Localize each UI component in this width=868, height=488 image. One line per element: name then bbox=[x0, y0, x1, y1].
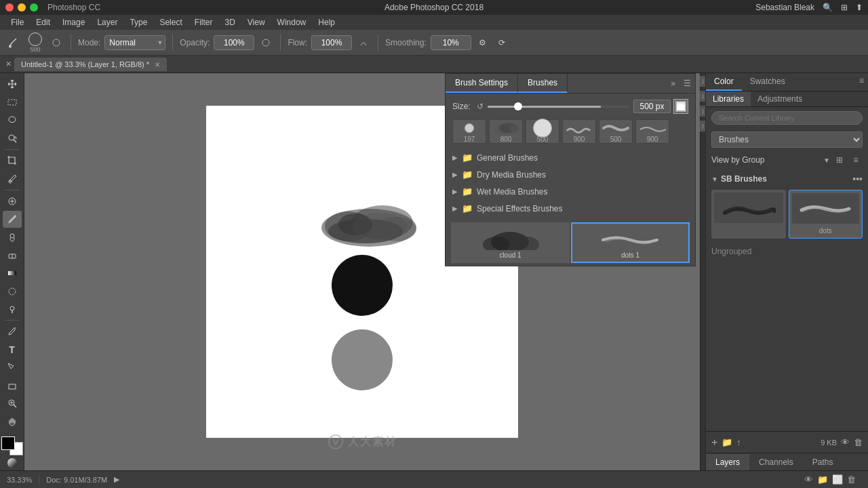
brush-sel-cloud[interactable]: cloud 1 bbox=[451, 222, 570, 263]
brush-swatch-4[interactable]: 500 bbox=[599, 119, 633, 144]
symmetry-icon[interactable]: ⟳ bbox=[494, 35, 509, 50]
menu-type[interactable]: Type bbox=[124, 16, 153, 28]
layer-visibility-icon[interactable]: 👁 bbox=[841, 437, 850, 447]
flow-icon[interactable] bbox=[356, 35, 371, 50]
channels-tab[interactable]: Channels bbox=[749, 454, 803, 470]
brush-swatch-2[interactable]: 500 bbox=[526, 119, 559, 144]
tool-blur[interactable] bbox=[3, 283, 22, 300]
foreground-color[interactable] bbox=[1, 436, 15, 450]
export-icon[interactable]: ↑ bbox=[736, 437, 741, 447]
brush-panel-expand-icon[interactable]: » bbox=[667, 76, 679, 91]
sb-more-icon[interactable]: ••• bbox=[852, 174, 863, 184]
tool-gradient[interactable] bbox=[3, 265, 22, 282]
quick-mask-icon[interactable] bbox=[7, 458, 17, 468]
add-layer-icon[interactable]: + bbox=[711, 436, 717, 449]
tool-eyedropper[interactable] bbox=[3, 170, 22, 187]
smoothing-settings-icon[interactable]: ⚙ bbox=[475, 35, 490, 50]
category-general[interactable]: ▶ 📁 General Brushes bbox=[446, 149, 695, 166]
category-dry[interactable]: ▶ 📁 Dry Media Brushes bbox=[446, 166, 695, 183]
category-wet[interactable]: ▶ 📁 Wet Media Brushes bbox=[446, 183, 695, 200]
status-arrow[interactable]: ▶ bbox=[114, 475, 119, 484]
brushes-tab[interactable]: Brushes bbox=[518, 74, 568, 93]
sb-brush-item-1[interactable]: dots bbox=[789, 190, 863, 239]
brush-settings-tab[interactable]: Brush Settings bbox=[446, 74, 518, 93]
tool-shape[interactable] bbox=[3, 378, 22, 394]
share-icon[interactable]: ⬆ bbox=[856, 3, 863, 12]
tool-pen[interactable] bbox=[3, 323, 22, 340]
folder-action-icon[interactable]: 📁 bbox=[817, 474, 828, 485]
color-mode-icons bbox=[7, 458, 17, 468]
menu-edit[interactable]: Edit bbox=[31, 16, 56, 28]
delete-icon[interactable]: 🗑 bbox=[854, 437, 863, 447]
library-dropdown[interactable]: Brushes bbox=[711, 131, 863, 148]
minimize-button[interactable] bbox=[18, 3, 26, 12]
reset-size-icon[interactable]: ↺ bbox=[477, 102, 484, 111]
pressure-icon[interactable] bbox=[49, 35, 64, 50]
chevron-down-icon[interactable]: ▼ bbox=[823, 157, 830, 164]
tool-brush[interactable] bbox=[3, 211, 22, 228]
brush-sel-dots[interactable]: dots 1 bbox=[571, 222, 690, 263]
delete-action-icon[interactable]: 🗑 bbox=[847, 474, 856, 485]
menu-file[interactable]: File bbox=[5, 16, 29, 28]
menu-filter[interactable]: Filter bbox=[189, 16, 218, 28]
sb-collapse-icon[interactable]: ▼ bbox=[711, 176, 718, 183]
tool-quick-select[interactable] bbox=[3, 130, 22, 147]
tool-crop[interactable] bbox=[3, 152, 22, 169]
menu-select[interactable]: Select bbox=[154, 16, 187, 28]
tab-color[interactable]: Color bbox=[706, 73, 742, 91]
mode-select[interactable]: Normal Multiply Screen bbox=[104, 35, 165, 50]
document-tab[interactable]: Untitled-1 @ 33.3% (Layer 1, RGB/8) * ✕ bbox=[14, 58, 167, 71]
brush-swatch-3[interactable]: 900 bbox=[562, 119, 596, 144]
tool-marquee[interactable] bbox=[3, 94, 22, 111]
tab-swatches[interactable]: Swatches bbox=[742, 73, 793, 91]
menu-view[interactable]: View bbox=[242, 16, 271, 28]
document-tabs: ✕ Untitled-1 @ 33.3% (Layer 1, RGB/8) * … bbox=[0, 56, 868, 73]
menu-layer[interactable]: Layer bbox=[92, 16, 123, 28]
brush-swatch-5[interactable]: 900 bbox=[635, 119, 669, 144]
opacity-pressure-icon[interactable] bbox=[258, 35, 273, 50]
smoothing-input[interactable] bbox=[431, 35, 471, 50]
maximize-button[interactable] bbox=[30, 3, 38, 12]
tab-close-icon[interactable]: ✕ bbox=[155, 61, 160, 68]
brush-tool-active[interactable] bbox=[5, 35, 22, 51]
tool-move[interactable] bbox=[3, 76, 22, 93]
paths-tab[interactable]: Paths bbox=[803, 454, 843, 470]
close-button[interactable] bbox=[5, 3, 14, 12]
menu-3d[interactable]: 3D bbox=[219, 16, 240, 28]
menu-image[interactable]: Image bbox=[57, 16, 90, 28]
new-folder-icon[interactable]: 📁 bbox=[722, 437, 732, 447]
size-preview-icon[interactable] bbox=[673, 99, 688, 114]
eye-action-icon[interactable]: 👁 bbox=[804, 474, 813, 485]
grid-view-btn[interactable]: ⊞ bbox=[833, 153, 846, 167]
frame-action-icon[interactable]: ⬜ bbox=[832, 474, 843, 485]
tool-clone[interactable] bbox=[3, 229, 22, 246]
layout-icon[interactable]: ⊞ bbox=[841, 3, 848, 12]
sb-brush-item-0[interactable] bbox=[711, 190, 786, 239]
sub-tab-adjustments[interactable]: Adjustments bbox=[751, 92, 809, 106]
menu-help[interactable]: Help bbox=[313, 16, 340, 28]
menu-window[interactable]: Window bbox=[272, 16, 312, 28]
sub-tab-libraries[interactable]: Libraries bbox=[706, 92, 751, 106]
panel-menu-icon[interactable]: ≡ bbox=[855, 73, 868, 91]
layers-tab[interactable]: Layers bbox=[706, 454, 749, 470]
flow-input[interactable] bbox=[311, 35, 352, 50]
list-view-btn[interactable]: ≡ bbox=[849, 153, 863, 167]
tool-path-selection[interactable] bbox=[3, 359, 22, 376]
opacity-input[interactable] bbox=[214, 35, 254, 50]
tool-lasso[interactable] bbox=[3, 112, 22, 129]
brush-panel-menu-icon[interactable]: ☰ bbox=[679, 76, 695, 91]
search-icon[interactable]: 🔍 bbox=[823, 3, 833, 12]
canvas-area[interactable]: 人大素材 Brush Settings Brushes » ☰ Size: ↺ bbox=[24, 73, 700, 470]
tool-zoom[interactable] bbox=[3, 395, 22, 412]
tool-eraser[interactable] bbox=[3, 247, 22, 264]
category-special[interactable]: ▶ 📁 Special Effects Brushes bbox=[446, 200, 695, 217]
brush-swatch-0[interactable]: 197 bbox=[452, 119, 486, 144]
search-input[interactable] bbox=[711, 111, 863, 125]
tool-text[interactable]: T bbox=[3, 342, 22, 359]
size-slider[interactable] bbox=[488, 106, 629, 108]
tool-dodge[interactable] bbox=[3, 301, 22, 318]
tool-healing[interactable] bbox=[3, 193, 22, 210]
brush-swatch-1[interactable]: 800 bbox=[489, 119, 523, 144]
size-input[interactable] bbox=[633, 100, 671, 113]
tool-hand[interactable] bbox=[3, 413, 22, 430]
